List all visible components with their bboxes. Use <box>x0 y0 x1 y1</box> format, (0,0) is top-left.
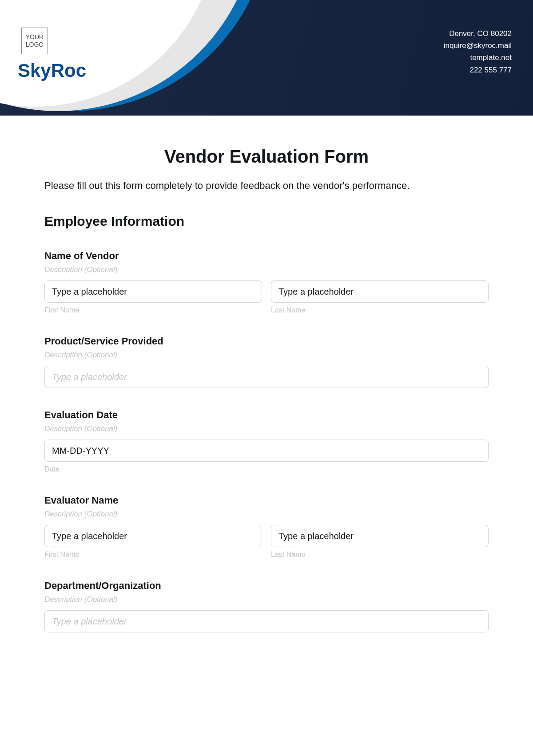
vendor-name-desc: Description (Optional) <box>44 265 489 274</box>
header-email: inquire@skyroc.mail <box>444 40 512 52</box>
vendor-name-label: Name of Vendor <box>44 250 489 262</box>
evaluator-name-group: Evaluator Name Description (Optional) Fi… <box>44 495 489 559</box>
vendor-last-name-sublabel: Last Name <box>271 306 489 314</box>
evaluator-first-name-input[interactable] <box>44 525 262 547</box>
product-service-input[interactable] <box>44 366 489 388</box>
header: YOUR LOGO SkyRoc Denver, CO 80202 inquir… <box>0 0 533 116</box>
logo-placeholder: YOUR LOGO <box>21 28 48 54</box>
evaluation-date-desc: Description (Optional) <box>44 424 489 433</box>
company-name: SkyRoc <box>18 60 86 81</box>
header-address: Denver, CO 80202 <box>444 28 512 40</box>
evaluator-last-name-input[interactable] <box>271 525 489 547</box>
department-label: Department/Organization <box>44 580 489 592</box>
header-contact-info: Denver, CO 80202 inquire@skyroc.mail tem… <box>444 28 512 76</box>
header-phone: 222 555 777 <box>444 64 512 76</box>
evaluator-name-desc: Description (Optional) <box>44 510 489 519</box>
product-service-group: Product/Service Provided Description (Op… <box>44 336 489 388</box>
vendor-first-name-input[interactable] <box>44 280 262 303</box>
page-subtitle: Please fill out this form completely to … <box>44 180 489 192</box>
vendor-first-name-sublabel: First Name <box>44 306 262 314</box>
evaluation-date-sublabel: Date <box>44 465 489 473</box>
evaluator-last-name-sublabel: Last Name <box>271 551 489 559</box>
department-desc: Description (Optional) <box>44 595 489 604</box>
page-title: Vendor Evaluation Form <box>44 147 489 167</box>
evaluator-name-label: Evaluator Name <box>44 495 489 506</box>
vendor-last-name-input[interactable] <box>271 280 489 303</box>
evaluation-date-label: Evaluation Date <box>44 409 489 421</box>
product-service-label: Product/Service Provided <box>44 336 489 347</box>
product-service-desc: Description (Optional) <box>44 351 489 360</box>
form-content: Vendor Evaluation Form Please fill out t… <box>0 116 533 632</box>
department-input[interactable] <box>44 610 489 632</box>
evaluation-date-input[interactable] <box>44 440 489 462</box>
evaluation-date-group: Evaluation Date Description (Optional) D… <box>44 409 489 473</box>
logo-text: YOUR LOGO <box>22 33 48 48</box>
evaluator-first-name-sublabel: First Name <box>44 551 262 559</box>
vendor-name-group: Name of Vendor Description (Optional) Fi… <box>44 250 489 314</box>
header-website: template.net <box>444 52 512 64</box>
department-group: Department/Organization Description (Opt… <box>44 580 489 632</box>
section-title: Employee Information <box>44 214 489 229</box>
